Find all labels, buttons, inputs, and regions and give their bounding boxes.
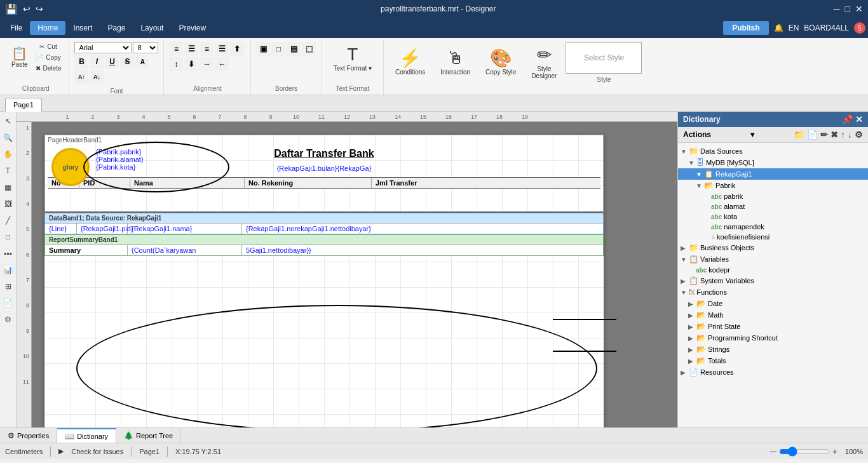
line-tool[interactable]: ╱ [1, 213, 15, 227]
copy-button[interactable]: 📄 Copy [33, 53, 64, 62]
tree-kodepr[interactable]: abc kodepr [678, 265, 868, 275]
zoom-tool[interactable]: 🔍 [1, 131, 15, 145]
zoom-in-button[interactable]: + [832, 446, 837, 457]
menu-preview[interactable]: Preview [171, 21, 214, 35]
report-tree-tab[interactable]: 🌲 Report Tree [116, 428, 181, 443]
menu-page[interactable]: Page [100, 21, 133, 35]
tree-pabrik[interactable]: ▼ 📂 Pabrik [678, 180, 868, 191]
style-selector[interactable]: Select Style [566, 42, 642, 74]
publish-button[interactable]: Publish [723, 21, 768, 35]
border-outer-button[interactable]: □ [271, 42, 285, 56]
save-icon[interactable]: 💾 [5, 3, 18, 15]
align-right-button[interactable]: ≡ [200, 42, 214, 56]
zoom-out-button[interactable]: ─ [770, 446, 776, 457]
delete-button[interactable]: ✖ Delete [33, 64, 64, 73]
hand-tool[interactable]: ✋ [1, 147, 15, 161]
close-btn[interactable]: ✕ [855, 4, 863, 14]
pin-icon[interactable]: 📌 [842, 114, 853, 124]
table-tool[interactable]: ▦ [1, 180, 15, 194]
menu-file[interactable]: File [3, 21, 30, 35]
edit-icon[interactable]: ✏ [820, 130, 828, 140]
italic-button[interactable]: I [90, 55, 104, 69]
text-tool[interactable]: T [1, 164, 15, 178]
play-arrow[interactable]: ▶ [58, 447, 64, 455]
align-top-button[interactable]: ⬆ [230, 42, 244, 56]
panel-close-icon[interactable]: ✕ [855, 114, 863, 124]
bell-icon[interactable]: 🔔 [774, 23, 783, 32]
shape-tool[interactable]: □ [1, 230, 15, 244]
page1-tab[interactable]: Page1 [5, 98, 42, 112]
chart-tool[interactable]: 📊 [1, 263, 15, 277]
tree-system-variables[interactable]: ▶ 📋 System Variables [678, 275, 868, 286]
redo-icon[interactable]: ↪ [36, 4, 43, 14]
superscript-button[interactable]: A↑ [74, 70, 88, 84]
indent-decrease-button[interactable]: ← [215, 57, 229, 71]
align-left-button[interactable]: ≡ [169, 42, 183, 56]
font-color-button[interactable]: A [135, 55, 149, 69]
tree-strings[interactable]: ▶ 📂 Strings [678, 344, 868, 355]
zoom-slider[interactable] [779, 446, 830, 457]
minimize-btn[interactable]: ─ [834, 4, 840, 14]
interaction-button[interactable]: 🖱 Interaction [434, 46, 477, 79]
text-format-dropdown[interactable]: Text Format ▾ [333, 65, 372, 72]
maximize-btn[interactable]: □ [845, 4, 850, 14]
tree-functions[interactable]: ▼ fx Functions [678, 286, 868, 298]
language-selector[interactable]: EN [789, 23, 799, 32]
underline-button[interactable]: U [105, 55, 119, 69]
style-designer-button[interactable]: ✏ Style Designer [525, 43, 563, 83]
indent-increase-button[interactable]: → [200, 57, 214, 71]
tree-data-sources[interactable]: ▼ 📁 Data Sources [678, 145, 868, 157]
cross-tool[interactable]: ⊞ [1, 279, 15, 293]
align-justify-button[interactable]: ☰ [215, 42, 229, 56]
check-issues-label[interactable]: Check for Issues [71, 448, 123, 455]
subscript-button[interactable]: A↓ [90, 70, 104, 84]
bold-button[interactable]: B [74, 55, 88, 69]
tree-resources[interactable]: ▶ 📄 Resources [678, 366, 868, 378]
dict-tree[interactable]: ▼ 📁 Data Sources ▼ 🗄 MyDB [MySQL] ▼ 📋 Re… [678, 143, 868, 427]
border-all-button[interactable]: ▣ [256, 42, 270, 56]
cut-button[interactable]: ✂ Cut [33, 42, 64, 51]
pointer-tool[interactable]: ↖ [1, 114, 15, 128]
tree-totals[interactable]: ▶ 📂 Totals [678, 355, 868, 366]
conditions-button[interactable]: ⚡ Conditions [389, 46, 431, 79]
border-fill-button[interactable]: ▤ [287, 42, 301, 56]
tree-variables[interactable]: ▼ 📋 Variables [678, 253, 868, 265]
delete-tree-icon[interactable]: ✖ [831, 130, 838, 140]
paste-button[interactable]: 📋 Paste [8, 44, 32, 70]
tree-koefisien[interactable]: ○ koefisienefisiensi [678, 232, 868, 242]
align-center-button[interactable]: ☰ [184, 42, 198, 56]
tree-print-state[interactable]: ▶ 📂 Print State [678, 321, 868, 332]
align-middle-button[interactable]: ↕ [169, 57, 183, 71]
component-tool[interactable]: ⚙ [1, 312, 15, 326]
align-bottom-button[interactable]: ⬇ [184, 57, 198, 71]
image-tool[interactable]: 🖼 [1, 197, 15, 211]
tree-business-objects[interactable]: ▶ 📁 Business Objects [678, 242, 868, 253]
font-name-select[interactable]: Arial [74, 42, 132, 53]
add-item-icon[interactable]: 📄 [807, 130, 818, 140]
dictionary-tab[interactable]: 📖 Dictionary [57, 428, 116, 443]
tree-date[interactable]: ▶ 📂 Date [678, 298, 868, 309]
tree-alamat[interactable]: abc alamat [678, 201, 868, 211]
tree-math[interactable]: ▶ 📂 Math [678, 309, 868, 321]
border-none-button[interactable]: ⬚ [302, 42, 316, 56]
units-label[interactable]: Centimeters [5, 448, 43, 455]
menu-home[interactable]: Home [30, 21, 65, 35]
tree-namapendek[interactable]: abc namapendek [678, 222, 868, 232]
move-down-icon[interactable]: ↓ [848, 130, 852, 140]
subreport-tool[interactable]: 📄 [1, 296, 15, 310]
tree-rekapgaji1[interactable]: ▼ 📋 RekapGaji1 [678, 168, 868, 180]
actions-dropdown-icon[interactable]: ▾ [750, 130, 754, 139]
add-folder-icon[interactable]: 📁 [794, 130, 804, 140]
tree-pabrik-field[interactable]: abc pabrik [678, 191, 868, 201]
tree-mydb[interactable]: ▼ 🗄 MyDB [MySQL] [678, 157, 868, 168]
canvas-scroll[interactable]: glory PageHeaderBand1 {Pabrik.pabrik} {P… [32, 122, 677, 427]
copy-style-button[interactable]: 🎨 Copy Style [479, 46, 522, 79]
font-size-select[interactable]: 8 [133, 42, 158, 53]
barcode-tool[interactable]: ▪▪▪ [1, 246, 15, 260]
properties-tab[interactable]: ⚙ Properties [0, 428, 57, 443]
menu-insert[interactable]: Insert [65, 21, 100, 35]
tree-programming-shortcut[interactable]: ▶ 📂 Programming Shortcut [678, 332, 868, 344]
undo-icon[interactable]: ↩ [23, 4, 31, 14]
menu-layout[interactable]: Layout [133, 21, 171, 35]
tree-kota[interactable]: abc kota [678, 211, 868, 222]
